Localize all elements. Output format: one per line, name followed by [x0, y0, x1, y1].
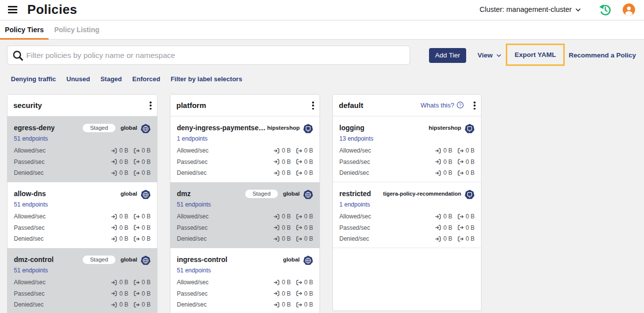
svg-text:?: ? — [459, 103, 462, 107]
